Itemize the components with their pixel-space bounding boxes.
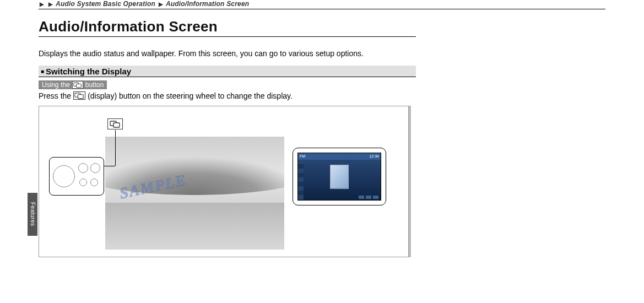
square-bullet-icon: ■ [41, 68, 44, 74]
subheading: Switching the Display [46, 67, 131, 76]
grey-tag: Using the button [39, 80, 107, 89]
svg-rect-5 [113, 123, 120, 127]
breadcrumb-arrow-icon: ▶ [39, 1, 45, 7]
instruction-prefix: Press the [39, 91, 71, 100]
tag-suffix: button [85, 81, 104, 89]
album-art-icon [330, 165, 349, 189]
callout-display-icon [107, 118, 123, 129]
page-title: Audio/Information Screen [39, 18, 416, 35]
breadcrumb-arrow-icon: ▶ [158, 1, 164, 7]
top-divider [39, 9, 605, 9]
svg-rect-1 [76, 84, 81, 87]
side-tab-features: Features [28, 193, 37, 236]
display-button-icon [72, 81, 83, 89]
figure-box: SAMPLE FM 12:34 [39, 106, 409, 257]
breadcrumb-item-2: Audio/Information Screen [166, 0, 249, 8]
callout-line-vertical [115, 130, 116, 166]
breadcrumb-arrow-icon: ▶ [47, 1, 54, 7]
subheading-bar: ■ Switching the Display [39, 66, 416, 77]
svg-rect-3 [78, 95, 83, 99]
intro-text: Displays the audio status and wallpaper.… [39, 49, 435, 59]
tag-prefix: Using the [42, 81, 70, 89]
screen-inset: FM 12:34 [293, 148, 386, 205]
breadcrumb-item-1: Audio System Basic Operation [56, 0, 155, 8]
inset-clock: 12:34 [369, 154, 379, 158]
screen-panel: FM 12:34 [297, 153, 381, 201]
instruction-suffix: (display) button on the steering wheel t… [88, 91, 293, 100]
instruction-line: Press the (display) button on the steeri… [39, 91, 605, 100]
display-button-icon [73, 91, 85, 100]
dashboard-photo [105, 137, 284, 250]
page-title-row: Audio/Information Screen [39, 18, 416, 37]
steering-wheel-inset [49, 157, 104, 196]
breadcrumb: ▶ ▶ Audio System Basic Operation ▶ Audio… [39, 0, 605, 9]
inset-band-label: FM [300, 154, 305, 158]
